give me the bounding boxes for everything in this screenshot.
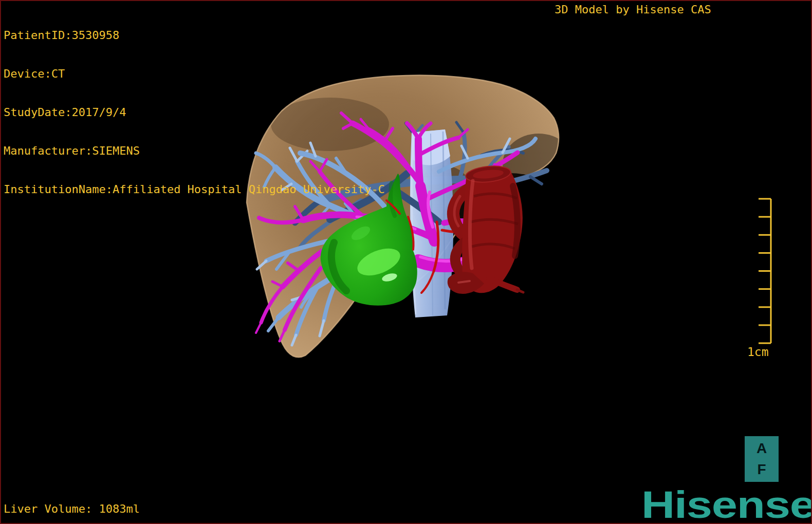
viewer-window: 1cm PatientID:3530958 Device:CT StudyDat… <box>0 0 812 524</box>
orientation-letter-anterior: A <box>756 441 767 456</box>
study-date-text: StudyDate:2017/9/4 <box>4 106 385 119</box>
scale-bar: 1cm <box>747 199 771 359</box>
orientation-cube[interactable]: A F <box>745 436 779 482</box>
watermark-text: 3D Model by Hisense CAS <box>555 3 711 16</box>
orientation-letter-feet: F <box>757 462 766 477</box>
scale-label: 1cm <box>747 345 769 359</box>
device-text: Device:CT <box>4 67 385 80</box>
patient-info-block: PatientID:3530958 Device:CT StudyDate:20… <box>4 3 385 221</box>
liver-volume-text: Liver Volume: 1083ml <box>4 502 140 515</box>
scale-bar-ticks <box>759 199 771 343</box>
manufacturer-text: Manufacturer:SIEMENS <box>4 144 385 157</box>
patient-id-text: PatientID:3530958 <box>4 29 385 42</box>
hisense-logo: Hisense <box>641 486 812 524</box>
institution-text: InstitutionName:Affiliated Hospital Qing… <box>4 183 385 196</box>
